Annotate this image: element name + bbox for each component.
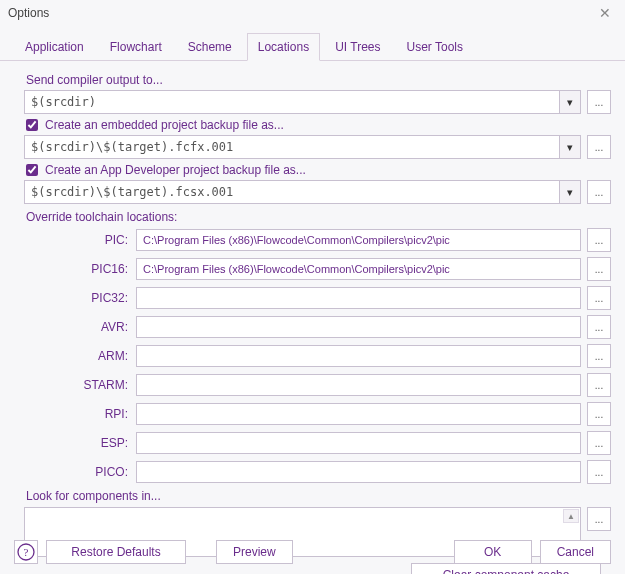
appdev-backup-checkbox[interactable] <box>26 164 38 176</box>
components-browse-button[interactable]: ... <box>587 507 611 531</box>
toolchain-browse-button[interactable]: ... <box>587 460 611 484</box>
override-toolchain-label: Override toolchain locations: <box>26 210 611 224</box>
toolchain-browse-button[interactable]: ... <box>587 344 611 368</box>
window-title: Options <box>8 6 49 20</box>
embedded-backup-checkbox[interactable] <box>26 119 38 131</box>
toolchain-browse-button[interactable]: ... <box>587 286 611 310</box>
tab-content-locations: Send compiler output to... ▾ ... Create … <box>0 61 625 574</box>
compiler-output-row: ▾ ... <box>24 90 611 114</box>
toolchain-browse-button[interactable]: ... <box>587 315 611 339</box>
preview-button[interactable]: Preview <box>216 540 293 564</box>
toolchain-browse-button[interactable]: ... <box>587 257 611 281</box>
compiler-output-combo: ▾ <box>24 90 581 114</box>
appdev-backup-row: ▾ ... <box>24 180 611 204</box>
toolchain-input[interactable] <box>136 345 581 367</box>
toolchain-input[interactable] <box>136 287 581 309</box>
tab-application[interactable]: Application <box>14 33 95 60</box>
toolchain-input[interactable] <box>136 461 581 483</box>
chevron-down-icon: ▾ <box>567 141 573 154</box>
toolchain-row: STARM:... <box>24 373 611 397</box>
toolchain-list: PIC:...PIC16:...PIC32:...AVR:...ARM:...S… <box>14 228 611 484</box>
toolchain-browse-button[interactable]: ... <box>587 431 611 455</box>
chevron-down-icon: ▾ <box>567 96 573 109</box>
toolchain-label: ARM: <box>24 349 130 363</box>
appdev-backup-input[interactable] <box>24 180 559 204</box>
toolchain-label: PIC16: <box>24 262 130 276</box>
toolchain-browse-button[interactable]: ... <box>587 402 611 426</box>
help-button[interactable]: ? <box>14 540 38 564</box>
appdev-backup-label: Create an App Developer project backup f… <box>26 163 611 177</box>
toolchain-row: PIC16:... <box>24 257 611 281</box>
tab-bar: Application Flowchart Scheme Locations U… <box>0 26 625 61</box>
toolchain-input[interactable] <box>136 316 581 338</box>
toolchain-label: AVR: <box>24 320 130 334</box>
embedded-backup-dropdown[interactable]: ▾ <box>559 135 581 159</box>
tab-ui-trees[interactable]: UI Trees <box>324 33 391 60</box>
toolchain-label: PICO: <box>24 465 130 479</box>
toolchain-row: RPI:... <box>24 402 611 426</box>
toolchain-row: PIC:... <box>24 228 611 252</box>
toolchain-input[interactable] <box>136 229 581 251</box>
cancel-button[interactable]: Cancel <box>540 540 611 564</box>
compiler-output-browse-button[interactable]: ... <box>587 90 611 114</box>
tab-flowchart[interactable]: Flowchart <box>99 33 173 60</box>
compiler-output-input[interactable] <box>24 90 559 114</box>
compiler-output-dropdown[interactable]: ▾ <box>559 90 581 114</box>
scroll-up-icon[interactable]: ▲ <box>563 509 579 523</box>
toolchain-browse-button[interactable]: ... <box>587 228 611 252</box>
appdev-backup-dropdown[interactable]: ▾ <box>559 180 581 204</box>
tab-locations[interactable]: Locations <box>247 33 320 61</box>
appdev-backup-label-text: Create an App Developer project backup f… <box>45 163 306 177</box>
toolchain-label: RPI: <box>24 407 130 421</box>
toolchain-label: PIC: <box>24 233 130 247</box>
help-icon: ? <box>17 543 35 561</box>
components-label: Look for components in... <box>26 489 611 503</box>
toolchain-browse-button[interactable]: ... <box>587 373 611 397</box>
toolchain-row: ESP:... <box>24 431 611 455</box>
toolchain-label: STARM: <box>24 378 130 392</box>
clear-cache-row: Clear component cache <box>14 563 601 574</box>
toolchain-input[interactable] <box>136 403 581 425</box>
appdev-backup-combo: ▾ <box>24 180 581 204</box>
appdev-backup-browse-button[interactable]: ... <box>587 180 611 204</box>
close-icon[interactable]: ✕ <box>593 5 617 21</box>
tab-scheme[interactable]: Scheme <box>177 33 243 60</box>
toolchain-input[interactable] <box>136 374 581 396</box>
toolchain-row: PIC32:... <box>24 286 611 310</box>
titlebar: Options ✕ <box>0 0 625 26</box>
tab-user-tools[interactable]: User Tools <box>396 33 474 60</box>
ok-button[interactable]: OK <box>454 540 532 564</box>
restore-defaults-button[interactable]: Restore Defaults <box>46 540 186 564</box>
options-window: Options ✕ Application Flowchart Scheme L… <box>0 0 625 574</box>
embedded-backup-browse-button[interactable]: ... <box>587 135 611 159</box>
chevron-down-icon: ▾ <box>567 186 573 199</box>
toolchain-label: PIC32: <box>24 291 130 305</box>
embedded-backup-combo: ▾ <box>24 135 581 159</box>
toolchain-input[interactable] <box>136 432 581 454</box>
embedded-backup-row: ▾ ... <box>24 135 611 159</box>
toolchain-input[interactable] <box>136 258 581 280</box>
embedded-backup-label: Create an embedded project backup file a… <box>26 118 611 132</box>
toolchain-row: PICO:... <box>24 460 611 484</box>
toolchain-row: AVR:... <box>24 315 611 339</box>
svg-text:?: ? <box>24 546 29 558</box>
embedded-backup-label-text: Create an embedded project backup file a… <box>45 118 284 132</box>
toolchain-label: ESP: <box>24 436 130 450</box>
compiler-output-label: Send compiler output to... <box>26 73 611 87</box>
clear-component-cache-button[interactable]: Clear component cache <box>411 563 601 574</box>
embedded-backup-input[interactable] <box>24 135 559 159</box>
dialog-footer: ? Restore Defaults Preview OK Cancel <box>14 540 611 564</box>
toolchain-row: ARM:... <box>24 344 611 368</box>
